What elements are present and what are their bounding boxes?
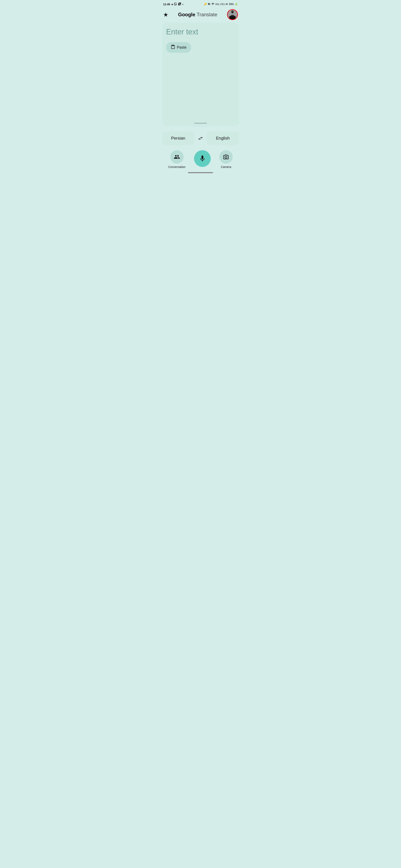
conversation-icon-circle (170, 150, 183, 163)
conversation-label: Conversation (168, 165, 186, 168)
status-right: 🔑 VOL LTE1 58% 🔋 (204, 2, 238, 6)
scroll-indicator (194, 123, 207, 124)
time-display: 11:45 (163, 3, 170, 6)
avatar-silhouette (228, 10, 237, 20)
google-title: Google (178, 12, 195, 17)
svg-point-1 (231, 10, 234, 13)
paste-label: Paste (177, 45, 187, 50)
battery-icon: 🔋 (235, 3, 238, 6)
key-icon: 🔑 (204, 3, 207, 6)
conversation-button[interactable]: Conversation (168, 150, 186, 168)
svg-rect-2 (229, 16, 236, 20)
microphone-icon-circle (194, 150, 211, 167)
swap-languages-button[interactable] (196, 134, 205, 143)
app-title: Google Translate (178, 12, 217, 18)
whatsapp-icon (174, 2, 177, 6)
enter-text-placeholder[interactable]: Enter text (166, 28, 235, 36)
mute-icon (208, 2, 210, 6)
navigation-icon: ◂ (171, 3, 173, 6)
camera-label: Camera (221, 165, 231, 168)
camera-button[interactable]: Camera (219, 150, 233, 168)
bottom-action-bar: Conversation Camera (160, 148, 241, 170)
camera-icon-circle (219, 150, 233, 163)
target-language-button[interactable]: English (206, 131, 239, 145)
source-language-button[interactable]: Persian (162, 131, 195, 145)
profile-avatar[interactable] (227, 9, 238, 20)
home-bar (188, 172, 213, 173)
status-left: 11:45 ◂ • (163, 2, 183, 6)
translation-input-area[interactable]: Enter text Paste (162, 23, 239, 127)
skype-icon (178, 2, 181, 6)
dot-indicator: • (182, 3, 183, 6)
language-bar: Persian English (160, 129, 241, 148)
microphone-button[interactable] (194, 150, 211, 167)
app-bar: ★ Google Translate (160, 7, 241, 23)
favorites-button[interactable]: ★ (163, 11, 168, 18)
wifi-icon (211, 2, 214, 6)
signal-icon (226, 2, 228, 6)
clipboard-icon (171, 45, 175, 50)
lte-icon: VOL LTE1 (215, 3, 225, 5)
status-bar: 11:45 ◂ • 🔑 VOL LTE1 58% 🔋 (160, 0, 241, 7)
paste-button[interactable]: Paste (166, 42, 191, 53)
home-indicator (160, 170, 241, 176)
battery-display: 58% (229, 3, 234, 6)
translate-title: Translate (195, 12, 217, 17)
avatar-image (228, 10, 237, 20)
